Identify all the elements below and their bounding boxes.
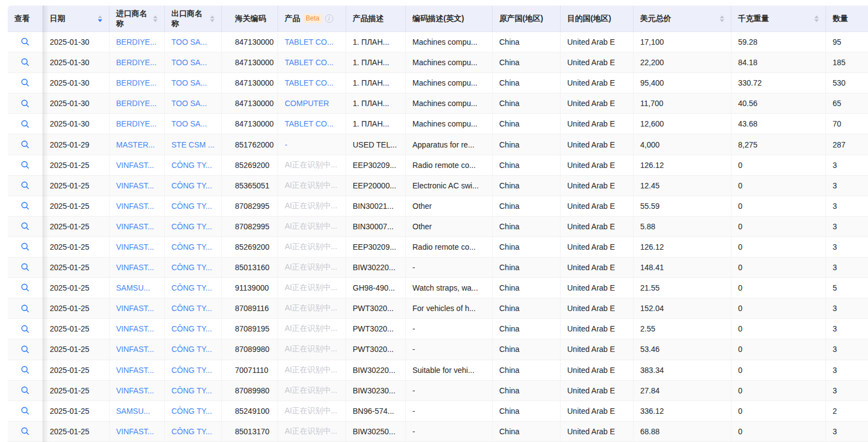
exporter-link[interactable]: CÔNG TY... — [171, 386, 212, 395]
view-details-button[interactable] — [19, 384, 32, 396]
kg_weight-cell: 0 — [731, 278, 825, 298]
importer-link[interactable]: VINFAST... — [116, 243, 154, 251]
exporter-link[interactable]: CÔNG TY... — [171, 304, 212, 313]
view-details-button[interactable] — [19, 56, 32, 69]
kg_weight-value: 0 — [738, 263, 742, 272]
column-header-exporter[interactable]: 出口商名称 — [164, 6, 221, 32]
sort-caret-icon[interactable] — [210, 15, 215, 22]
trade-data-table: 查看日期 进口商名称 出口商名称 海关编码产品Betai产品描述编码描述(英文)… — [8, 6, 868, 442]
exporter-link[interactable]: CÔNG TY... — [171, 366, 212, 375]
exporter-link[interactable]: CÔNG TY... — [171, 202, 212, 211]
view-details-button[interactable] — [19, 179, 32, 191]
product-link[interactable]: TABLET CO... — [285, 38, 333, 46]
importer-link[interactable]: VINFAST... — [116, 263, 154, 272]
origin-value: China — [499, 58, 520, 67]
view-details-button[interactable] — [19, 404, 32, 417]
usd_total-value: 68.88 — [640, 427, 660, 436]
sort-caret-icon[interactable] — [720, 15, 724, 22]
view-details-button[interactable] — [19, 159, 32, 171]
view-details-button[interactable] — [19, 97, 32, 109]
view-details-button[interactable] — [19, 343, 32, 355]
importer-link[interactable]: BERDIYE... — [116, 99, 156, 108]
view-details-button[interactable] — [19, 77, 32, 89]
exporter-link[interactable]: CÔNG TY... — [171, 427, 212, 436]
exporter-link[interactable]: CÔNG TY... — [171, 407, 212, 415]
code_desc-value: - — [412, 427, 415, 436]
importer-link[interactable]: MASTER... — [116, 140, 155, 149]
view-details-button[interactable] — [19, 323, 32, 335]
view-cell — [8, 319, 43, 339]
view-details-button[interactable] — [19, 118, 32, 130]
importer-link[interactable]: SAMSU... — [116, 283, 150, 292]
column-header-date[interactable]: 日期 — [43, 6, 109, 32]
importer-link[interactable]: VINFAST... — [116, 324, 154, 333]
exporter-link[interactable]: CÔNG TY... — [171, 222, 212, 231]
kg_weight-cell: 0 — [731, 176, 825, 196]
product-cell: TABLET CO... — [278, 73, 346, 93]
view-details-button[interactable] — [19, 425, 32, 438]
sort-caret-icon[interactable] — [153, 15, 158, 22]
view-details-button[interactable] — [19, 138, 32, 150]
exporter-link[interactable]: CÔNG TY... — [171, 324, 212, 333]
importer-link[interactable]: BERDIYE... — [116, 119, 156, 128]
exporter-link[interactable]: CÔNG TY... — [171, 263, 212, 272]
usd_total-value: 22,200 — [640, 58, 664, 67]
importer-link[interactable]: VINFAST... — [116, 304, 154, 313]
view-details-button[interactable] — [19, 302, 32, 314]
info-icon[interactable]: i — [325, 14, 333, 23]
importer-link[interactable]: VINFAST... — [116, 427, 154, 436]
view-details-button[interactable] — [19, 36, 32, 48]
importer-link[interactable]: VINFAST... — [116, 386, 154, 395]
exporter-link[interactable]: TOO SA... — [171, 99, 207, 108]
importer-link[interactable]: VINFAST... — [116, 366, 154, 375]
importer-link[interactable]: BERDIYE... — [116, 38, 156, 46]
exporter-link[interactable]: STE CSM ... — [171, 140, 215, 149]
importer-link[interactable]: VINFAST... — [116, 202, 154, 211]
importer-link[interactable]: VINFAST... — [116, 181, 154, 190]
importer-link[interactable]: VINFAST... — [116, 345, 154, 354]
code_desc-cell: - — [405, 381, 492, 401]
importer-link[interactable]: VINFAST... — [116, 222, 154, 231]
exporter-link[interactable]: TOO SA... — [171, 58, 207, 67]
exporter-link[interactable]: CÔNG TY... — [171, 283, 212, 292]
product-cell: AI正在识别中... — [278, 278, 346, 298]
exporter-link[interactable]: CÔNG TY... — [171, 345, 212, 354]
date-cell: 2025-01-25 — [43, 237, 109, 257]
exporter-link[interactable]: CÔNG TY... — [171, 181, 212, 190]
column-header-importer[interactable]: 进口商名称 — [109, 6, 164, 32]
view-details-button[interactable] — [19, 241, 32, 253]
origin-cell: China — [492, 401, 560, 422]
column-label: 产品描述 — [353, 14, 384, 24]
table-row: 2025-01-25VINFAST...CÔNG TY...87089116AI… — [8, 298, 868, 319]
hs_code-cell: 85249100 — [221, 401, 278, 422]
exporter-link[interactable]: TOO SA... — [171, 78, 207, 87]
kg_weight-cell: 0 — [731, 196, 825, 217]
origin-cell: China — [492, 422, 560, 442]
view-details-button[interactable] — [19, 364, 32, 376]
importer-link[interactable]: BERDIYE... — [116, 78, 156, 87]
quantity-cell: 3 — [825, 339, 868, 360]
product-link[interactable]: - — [285, 140, 287, 149]
column-header-kg_weight[interactable]: 千克重量 — [731, 6, 825, 32]
importer-link[interactable]: VINFAST... — [116, 161, 154, 170]
product-link[interactable]: TABLET CO... — [285, 58, 333, 67]
exporter-link[interactable]: TOO SA... — [171, 38, 207, 46]
importer-link[interactable]: SAMSU... — [116, 407, 150, 415]
product-link[interactable]: COMPUTER — [285, 99, 329, 108]
product-link[interactable]: TABLET CO... — [285, 78, 333, 87]
view-details-button[interactable] — [19, 200, 32, 212]
sort-caret-icon[interactable] — [814, 15, 819, 22]
view-details-button[interactable] — [19, 261, 32, 273]
exporter-link[interactable]: CÔNG TY... — [171, 161, 212, 170]
sort-caret-icon[interactable] — [98, 15, 102, 22]
column-header-usd_total[interactable]: 美元总价 — [633, 6, 731, 32]
view-details-button[interactable] — [19, 282, 32, 294]
product-link[interactable]: TABLET CO... — [285, 119, 333, 128]
code_desc-cell: - — [405, 257, 492, 278]
view-cell — [8, 298, 43, 319]
view-details-button[interactable] — [19, 220, 32, 233]
exporter-link[interactable]: TOO SA... — [171, 119, 207, 128]
exporter-link[interactable]: CÔNG TY... — [171, 243, 212, 251]
importer-link[interactable]: BERDIYE... — [116, 58, 156, 67]
product_desc-cell: 1. ПЛАН... — [346, 52, 405, 73]
